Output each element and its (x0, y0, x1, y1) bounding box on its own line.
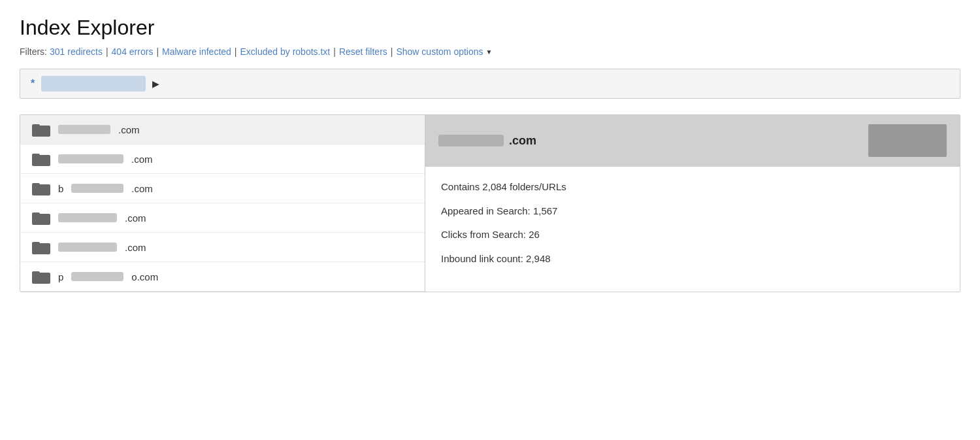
item-suffix: .com (131, 154, 153, 165)
folder-icon (32, 269, 50, 284)
folder-icon (32, 181, 50, 195)
svg-rect-5 (32, 183, 40, 186)
item-prefix: b (58, 183, 63, 194)
show-custom-options-link[interactable]: Show custom options ▼ (396, 46, 492, 57)
filter-301-redirects-link[interactable]: 301 redirects (50, 46, 103, 57)
stat-folders: Contains 2,084 folders/URLs (441, 180, 944, 195)
list-item[interactable]: .com (20, 144, 425, 174)
item-name-blur (58, 213, 117, 222)
folder-icon (32, 240, 50, 254)
separator-1: | (106, 46, 108, 57)
list-item[interactable]: .com (20, 203, 425, 233)
separator-4: | (333, 46, 336, 57)
filter-malware-link[interactable]: Malware infected (162, 46, 231, 57)
svg-rect-9 (32, 242, 40, 245)
search-expand-button[interactable]: ▶ (152, 78, 159, 89)
list-item[interactable]: .com (20, 115, 425, 144)
item-name-blur (71, 272, 123, 281)
filters-bar: Filters: 301 redirects | 404 errors | Ma… (20, 46, 960, 57)
list-item[interactable]: .com (20, 233, 425, 262)
list-item[interactable]: p o.com (20, 262, 425, 292)
filter-404-errors-link[interactable]: 404 errors (112, 46, 154, 57)
item-suffix: .com (125, 242, 146, 253)
svg-rect-11 (32, 271, 40, 275)
svg-rect-7 (32, 212, 40, 216)
action-area[interactable] (868, 124, 947, 157)
item-suffix: .com (131, 183, 153, 194)
folder-icon (32, 211, 50, 225)
folder-icon (32, 122, 50, 137)
right-panel-header: .com (425, 115, 960, 167)
main-content: .com .com b .com (20, 114, 960, 292)
item-name-blur (58, 154, 123, 163)
item-suffix: .com (118, 124, 140, 135)
search-bar: * ▶ (20, 69, 960, 99)
folder-icon (32, 152, 50, 166)
wildcard-asterisk: * (31, 78, 35, 90)
right-panel: .com Contains 2,084 folders/URLs Appeare… (425, 115, 960, 292)
search-input-blur[interactable] (41, 76, 146, 92)
svg-rect-3 (32, 154, 40, 157)
list-item[interactable]: b .com (20, 174, 425, 203)
page-title: Index Explorer (20, 16, 960, 40)
item-suffix: o.com (131, 271, 158, 282)
separator-3: | (235, 46, 237, 57)
item-prefix: p (58, 271, 63, 282)
dropdown-arrow-icon: ▼ (486, 48, 493, 56)
stat-search: Appeared in Search: 1,567 (441, 204, 944, 219)
separator-2: | (156, 46, 159, 57)
item-name-blur (58, 243, 117, 252)
custom-options-label: Show custom options (396, 46, 483, 57)
item-name-blur (58, 125, 110, 134)
item-name-blur (71, 184, 123, 193)
stat-clicks: Clicks from Search: 26 (441, 228, 944, 243)
svg-rect-1 (32, 124, 40, 127)
separator-5: | (391, 46, 393, 57)
domain-suffix: .com (509, 134, 536, 148)
stat-inbound: Inbound link count: 2,948 (441, 252, 944, 267)
left-panel: .com .com b .com (20, 115, 425, 292)
reset-filters-link[interactable]: Reset filters (339, 46, 387, 57)
right-details: Contains 2,084 folders/URLs Appeared in … (425, 167, 960, 292)
item-suffix: .com (125, 212, 146, 224)
filters-label: Filters: (20, 46, 47, 57)
filter-robots-link[interactable]: Excluded by robots.txt (240, 46, 331, 57)
domain-name-blur (438, 135, 504, 146)
right-header-name: .com (438, 134, 536, 148)
